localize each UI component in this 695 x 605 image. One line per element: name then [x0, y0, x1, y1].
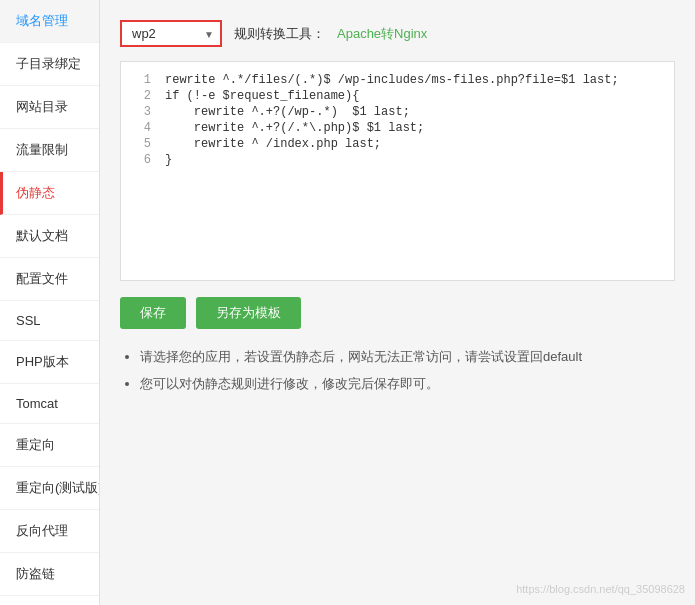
tool-link[interactable]: Apache转Nginx: [337, 25, 427, 43]
app-select-wrapper: wp2 default wordpress laravel ▼: [120, 20, 222, 47]
code-line-5: 5 rewrite ^ /index.php last;: [121, 136, 674, 152]
code-line-2: 2 if (!-e $request_filename){: [121, 88, 674, 104]
line-code-6: }: [165, 153, 172, 167]
code-editor: 1 rewrite ^.*/files/(.*)$ /wp-includes/m…: [120, 61, 675, 281]
line-num-6: 6: [131, 153, 151, 167]
topbar: wp2 default wordpress laravel ▼ 规则转换工具： …: [120, 20, 675, 47]
notes-list: 请选择您的应用，若设置伪静态后，网站无法正常访问，请尝试设置回default 您…: [120, 347, 675, 395]
sidebar-item-rewrite[interactable]: 伪静态: [0, 172, 99, 215]
sidebar-item-subdir[interactable]: 子目录绑定: [0, 43, 99, 86]
sidebar-item-proxy[interactable]: 反向代理: [0, 510, 99, 553]
sidebar-item-webdir[interactable]: 网站目录: [0, 86, 99, 129]
line-code-3: rewrite ^.+?(/wp-.*) $1 last;: [165, 105, 410, 119]
sidebar-item-tomcat[interactable]: Tomcat: [0, 384, 99, 424]
line-code-2: if (!-e $request_filename){: [165, 89, 359, 103]
sidebar-item-redirect-beta[interactable]: 重定向(测试版): [0, 467, 99, 510]
sidebar-item-ssl[interactable]: SSL: [0, 301, 99, 341]
code-line-4: 4 rewrite ^.+?(/.*\.php)$ $1 last;: [121, 120, 674, 136]
sidebar: 域名管理 子目录绑定 网站目录 流量限制 伪静态 默认文档 配置文件 SSL P…: [0, 0, 100, 605]
sidebar-item-log[interactable]: 响应日志: [0, 596, 99, 605]
sidebar-item-config[interactable]: 配置文件: [0, 258, 99, 301]
sidebar-item-php[interactable]: PHP版本: [0, 341, 99, 384]
note-item-1: 请选择您的应用，若设置伪静态后，网站无法正常访问，请尝试设置回default: [140, 347, 675, 368]
main-content: wp2 default wordpress laravel ▼ 规则转换工具： …: [100, 0, 695, 605]
code-line-3: 3 rewrite ^.+?(/wp-.*) $1 last;: [121, 104, 674, 120]
code-line-6: 6 }: [121, 152, 674, 168]
sidebar-item-default-doc[interactable]: 默认文档: [0, 215, 99, 258]
sidebar-item-hotlink[interactable]: 防盗链: [0, 553, 99, 596]
code-line-1: 1 rewrite ^.*/files/(.*)$ /wp-includes/m…: [121, 72, 674, 88]
sidebar-item-redirect[interactable]: 重定向: [0, 424, 99, 467]
save-button[interactable]: 保存: [120, 297, 186, 329]
app-select[interactable]: wp2 default wordpress laravel: [120, 20, 222, 47]
line-code-5: rewrite ^ /index.php last;: [165, 137, 381, 151]
note-item-2: 您可以对伪静态规则进行修改，修改完后保存即可。: [140, 374, 675, 395]
save-as-template-button[interactable]: 另存为模板: [196, 297, 301, 329]
line-num-2: 2: [131, 89, 151, 103]
line-num-1: 1: [131, 73, 151, 87]
tool-label: 规则转换工具：: [234, 25, 325, 43]
line-code-1: rewrite ^.*/files/(.*)$ /wp-includes/ms-…: [165, 73, 619, 87]
button-row: 保存 另存为模板: [120, 297, 675, 329]
line-code-4: rewrite ^.+?(/.*\.php)$ $1 last;: [165, 121, 424, 135]
line-num-3: 3: [131, 105, 151, 119]
line-num-4: 4: [131, 121, 151, 135]
sidebar-item-domain[interactable]: 域名管理: [0, 0, 99, 43]
sidebar-item-traffic[interactable]: 流量限制: [0, 129, 99, 172]
line-num-5: 5: [131, 137, 151, 151]
